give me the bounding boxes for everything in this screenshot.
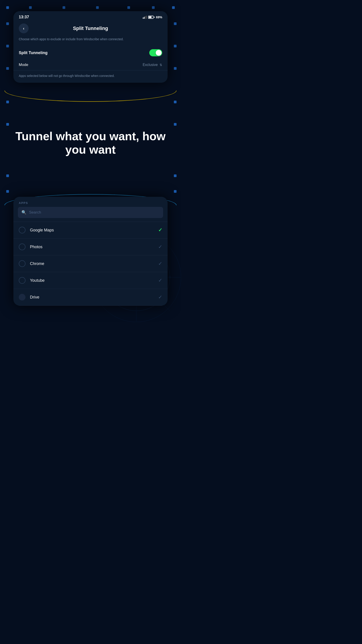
back-arrow-icon: ‹ [23, 26, 24, 31]
mode-row[interactable]: Mode Exclusive ⇅ [13, 60, 168, 70]
battery-percentage: 69% [156, 16, 162, 19]
mode-current-value: Exclusive [143, 63, 158, 67]
chevron-updown-icon: ⇅ [160, 63, 162, 67]
app-item-youtube[interactable]: Youtube ✓ [13, 272, 168, 289]
status-bar: 13:37 69% [13, 11, 168, 21]
check-chrome: ✓ [158, 261, 162, 266]
apps-description: Apps selected below will not go through … [13, 70, 168, 83]
status-time: 13:37 [19, 15, 29, 20]
app-radio-photos [19, 244, 25, 250]
app-header: ‹ Split Tunneling [13, 21, 168, 37]
screen-description: Choose which apps to exclude or include … [13, 37, 168, 46]
app-item-google-maps[interactable]: Google Maps ✓ [13, 222, 168, 238]
yellow-ellipse-decoration [4, 80, 177, 102]
back-button[interactable]: ‹ [19, 24, 28, 33]
check-photos: ✓ [158, 244, 162, 250]
status-icons: 69% [143, 16, 162, 19]
mode-label: Mode [19, 62, 28, 67]
mode-value-container: Exclusive ⇅ [143, 63, 162, 67]
app-radio-chrome [19, 260, 25, 267]
app-name-chrome: Chrome [30, 262, 158, 266]
app-radio-youtube [19, 277, 25, 284]
app-list: Google Maps ✓ Photos ✓ Chrome ✓ Youtube … [13, 222, 168, 306]
app-name-photos: Photos [30, 245, 158, 249]
app-item-drive[interactable]: Drive ✓ [13, 289, 168, 306]
app-item-photos[interactable]: Photos ✓ [13, 238, 168, 255]
app-radio-drive [19, 294, 25, 300]
split-tunneling-toggle[interactable] [149, 49, 162, 56]
app-name-google-maps: Google Maps [30, 228, 158, 232]
app-item-chrome[interactable]: Chrome ✓ [13, 255, 168, 272]
toggle-knob [156, 50, 162, 56]
screen-title: Split Tunneling [28, 26, 152, 31]
app-radio-google-maps [19, 227, 25, 234]
apps-section-label: APPS [13, 197, 168, 207]
phone-top-mockup: 13:37 69% ‹ Split Tunneling Choose which… [13, 11, 168, 83]
split-tunneling-row: Split Tunneling [13, 46, 168, 60]
hero-section: Tunnel what you want, how you want [0, 130, 181, 156]
search-input-container[interactable]: 🔍 Search [18, 207, 163, 218]
hero-title: Tunnel what you want, how you want [13, 130, 168, 156]
app-name-youtube: Youtube [30, 278, 158, 283]
check-google-maps: ✓ [158, 227, 162, 233]
svg-point-7 [169, 276, 171, 278]
battery-icon [148, 16, 155, 19]
search-placeholder-text: Search [29, 210, 41, 215]
app-name-drive: Drive [30, 295, 158, 300]
signal-icon [143, 16, 147, 19]
check-drive: ✓ [158, 294, 162, 300]
phone-bottom-mockup: APPS 🔍 Search Google Maps ✓ Photos ✓ Chr… [13, 197, 168, 306]
check-youtube: ✓ [158, 278, 162, 283]
search-icon: 🔍 [21, 210, 26, 215]
split-tunneling-label: Split Tunneling [19, 50, 48, 55]
